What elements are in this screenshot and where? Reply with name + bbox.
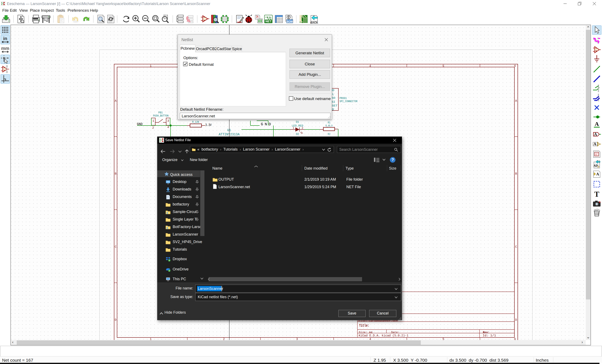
svg-text:4: 4 xyxy=(369,337,371,340)
svg-text:Size: A4: Size: A4 xyxy=(359,331,373,334)
svg-text:KiCad E.D.A. kicad (5.0.2)-1: KiCad E.D.A. kicad (5.0.2)-1 xyxy=(359,334,408,337)
svg-text:Id: 1/1: Id: 1/1 xyxy=(483,334,496,337)
svg-text:6: 6 xyxy=(514,64,516,68)
svg-text:A: A xyxy=(595,121,599,127)
svg-text:3: 3 xyxy=(296,337,298,340)
svg-text:D2: D2 xyxy=(296,133,299,136)
svg-text:LED_RED: LED_RED xyxy=(292,124,303,127)
svg-text:R2: R2 xyxy=(328,133,330,136)
svg-text:AD: AD xyxy=(593,164,598,167)
svg-text:in: in xyxy=(3,36,7,41)
svg-text:Title:: Title: xyxy=(359,323,369,328)
svg-text:D: D xyxy=(515,318,517,322)
svg-text:3: 3 xyxy=(167,119,169,123)
svg-text:A: A xyxy=(593,142,596,146)
svg-text:Date:: Date: xyxy=(391,331,399,334)
svg-text:A: A xyxy=(596,172,599,176)
svg-text:U1: U1 xyxy=(227,128,231,132)
svg-text:1: 1 xyxy=(150,337,151,340)
svg-text:mm: mm xyxy=(1,46,9,51)
svg-text:4: 4 xyxy=(369,64,371,68)
svg-text:1: 1 xyxy=(150,64,151,68)
svg-text:BACK: BACK xyxy=(310,21,318,24)
svg-text:A: A xyxy=(515,99,517,103)
svg-text:2: 2 xyxy=(223,337,225,340)
svg-text:SPI_CONNECTOR: SPI_CONNECTOR xyxy=(339,100,357,103)
svg-text:D1: D1 xyxy=(296,121,299,124)
svg-text:T: T xyxy=(594,190,599,198)
svg-text:1: 1 xyxy=(152,119,154,123)
svg-text:R_49.9: R_49.9 xyxy=(326,124,333,127)
svg-text:PUSH_BUTTON: PUSH_BUTTON xyxy=(153,114,169,117)
svg-text:A: A xyxy=(115,99,117,103)
svg-text:C: C xyxy=(115,245,117,249)
svg-text:R1: R1 xyxy=(328,121,330,124)
svg-text:R_12K: R_12K xyxy=(192,121,199,124)
svg-text:B: B xyxy=(515,172,517,176)
svg-text:C: C xyxy=(515,245,517,249)
svg-text:6: 6 xyxy=(514,337,516,340)
svg-text:3.3V: 3.3V xyxy=(205,123,212,127)
svg-text:D: D xyxy=(115,318,117,322)
svg-text:BOM: BOM xyxy=(287,20,293,23)
svg-text:2: 2 xyxy=(152,126,154,130)
svg-text:B: B xyxy=(115,172,117,176)
svg-text:PB1: PB1 xyxy=(159,111,163,114)
svg-text:5: 5 xyxy=(442,337,444,340)
svg-text:PROG1: PROG1 xyxy=(339,97,347,100)
svg-text:4: 4 xyxy=(167,125,169,129)
svg-text:NET: NET xyxy=(266,20,271,23)
svg-text:A: A xyxy=(594,132,597,136)
svg-text:5: 5 xyxy=(442,64,444,68)
svg-text:ATTINY2313A: ATTINY2313A xyxy=(219,133,239,136)
svg-text:GND: GND xyxy=(261,122,271,126)
